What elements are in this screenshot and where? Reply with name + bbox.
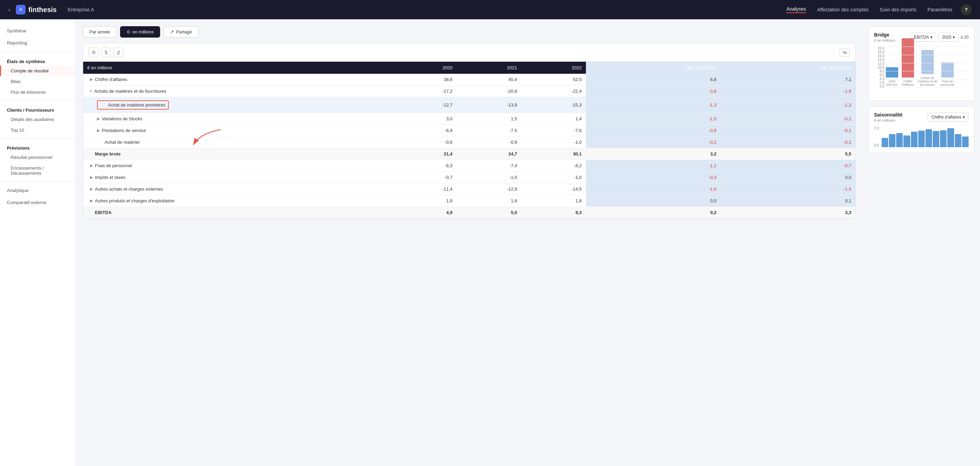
season-bars <box>881 127 969 147</box>
sidebar-item-comparatif[interactable]: Comparatif externe <box>0 197 76 209</box>
nav-analyses[interactable]: Analyses <box>786 6 806 13</box>
cell-2021: -12,9 <box>457 183 521 195</box>
sidebar-item-flux-tresorerie[interactable]: Flux de trésorerie <box>0 87 76 98</box>
nav-links: Analyses Affectation des comptes Suivi d… <box>786 6 952 13</box>
bridge-title: Bridge <box>874 32 895 38</box>
cell-var1: -1,6 <box>586 183 721 195</box>
percent-toggle[interactable]: % <box>840 49 850 57</box>
sidebar-item-compte-resultat[interactable]: Compte de résultat <box>0 65 76 76</box>
cell-var2: -0,7 <box>721 160 856 172</box>
col-header-label: € en millions <box>83 62 392 74</box>
seasonality-dropdown[interactable]: Chiffre d'affaires ▾ <box>928 113 969 122</box>
row-label: ▶ Prestations de service <box>97 128 388 133</box>
cell-2022: 1,4 <box>522 113 586 125</box>
topnav: ‹ ≡ finthesis Entreprise A Analyses Affe… <box>0 0 980 19</box>
row-label: ▾ Achats de matières et de fournitures <box>90 89 388 94</box>
back-button[interactable]: ‹ <box>8 6 10 13</box>
table-row: ▶ Impôts et taxes -0,7 -1,0 -1,0 -0,3 0,… <box>83 172 856 183</box>
cell-2022: -15,3 <box>522 97 586 113</box>
row-label: ▶ Chiffre d'affaires <box>90 77 388 82</box>
table-row: EBITDA 4,9 5,0 8,3 0,2 3,3 <box>83 207 856 219</box>
seasonality-header: Saisonnalité € en millions Chiffre d'aff… <box>874 112 969 122</box>
cell-2022: 30,1 <box>522 148 586 160</box>
sidebar-item-analytique[interactable]: Analytique <box>0 184 76 197</box>
chevron-icon[interactable]: ▾ <box>90 89 92 94</box>
right-panel: Bridge € en millions EBITDA ▾ 2020 ▾ à 2… <box>863 19 980 466</box>
bridge-card: Bridge € en millions EBITDA ▾ 2020 ▾ à 2… <box>868 26 974 101</box>
sidebar-item-bilan[interactable]: Bilan <box>0 76 76 87</box>
table-row: Achat de matières premières -12,7 -13,9 … <box>83 97 856 113</box>
bridge-year-dropdown[interactable]: 2020 ▾ <box>938 33 959 42</box>
bridge-chart: 2020EBITDA Chiffred'affaires Achats dema… <box>886 46 969 95</box>
table-row: ▶ Autres achats et charges externes -11,… <box>83 183 856 195</box>
cell-label: EBITDA <box>83 207 392 219</box>
table-row: ▶ Variations de Stocks 3,0 1,5 1,4 -1,5 … <box>83 113 856 125</box>
cell-2022: -7,6 <box>522 125 586 136</box>
nav-suivi[interactable]: Suivi des imports <box>880 7 916 13</box>
sidebar-item-resultat-prev[interactable]: Résultat prévisionnel <box>0 152 76 163</box>
sidebar: Synthèse Reporting États de synthèse Com… <box>0 19 76 466</box>
sidebar-item-encaissements[interactable]: Encaissements / Décaissements <box>0 163 76 179</box>
table-card: ⧉ ⇅ ⇵ % € en millions 2020 2021 2022 Var… <box>83 43 856 219</box>
btn-par-annee[interactable]: Par année <box>83 26 117 38</box>
chevron-icon[interactable]: ▶ <box>90 77 93 82</box>
cell-var2: -0,1 <box>721 113 856 125</box>
sidebar-item-synthese[interactable]: Synthèse <box>0 25 76 37</box>
cell-var1: 0,0 <box>586 195 721 207</box>
chevron-icon[interactable]: ▶ <box>90 175 93 179</box>
season-bar <box>904 135 910 147</box>
logo: ≡ finthesis <box>16 5 57 14</box>
bridge-bars: 2020EBITDA Chiffred'affaires Achats dema… <box>886 46 969 95</box>
sidebar-item-top10[interactable]: Top 10 <box>0 125 76 135</box>
sidebar-item-auxiliaires[interactable]: Détails des auxiliaires <box>0 114 76 125</box>
col-header-2021: 2021 <box>457 62 521 74</box>
bridge-chart-container: 20,0 18,0 16,0 14,0 12,0 10,0 8,0 6,0 4,… <box>874 46 969 95</box>
nav-affectation[interactable]: Affectation des comptes <box>817 7 869 13</box>
chevron-icon[interactable]: ▶ <box>90 198 93 203</box>
row-label: EBITDA <box>87 210 388 215</box>
cell-label: ▶ Variations de Stocks <box>83 113 392 125</box>
col-header-2020: 2020 <box>392 62 457 74</box>
cell-2020: 4,9 <box>392 207 457 219</box>
copy-icon[interactable]: ⧉ <box>89 48 99 57</box>
table-row: ▶ Autres produits et charges d'exploitat… <box>83 195 856 207</box>
bridge-bar-ca: Chiffred'affaires <box>902 38 914 87</box>
chevron-icon[interactable]: ▶ <box>90 187 93 191</box>
row-label: ▶ Autres produits et charges d'exploitat… <box>90 198 388 203</box>
cell-var1: 0,2 <box>586 207 721 219</box>
toolbar: Par année ⊙ en millions ↗ Partage <box>83 26 856 38</box>
table-row: ▶ Frais de personnel -6,3 -7,4 -8,2 -1,1… <box>83 160 856 172</box>
chevron-icon[interactable]: ▶ <box>97 116 100 121</box>
toggle-icon: ⊙ <box>127 29 130 35</box>
cell-2020: 1,8 <box>392 195 457 207</box>
sort-desc-icon[interactable]: ⇵ <box>113 48 123 57</box>
main-content: Par année ⊙ en millions ↗ Partage ⧉ ⇅ ⇵ … <box>76 19 863 466</box>
season-bar <box>911 132 918 147</box>
btn-en-millions[interactable]: ⊙ en millions <box>120 26 160 38</box>
sidebar-item-reporting[interactable]: Reporting <box>0 37 76 49</box>
bridge-subtitle: € en millions <box>874 38 895 43</box>
sidebar-section-previsions: Prévisions <box>0 141 76 152</box>
row-label: ▶ Variations de Stocks <box>97 116 388 121</box>
help-button[interactable]: ? <box>961 4 972 15</box>
sort-asc-icon[interactable]: ⇅ <box>101 48 111 57</box>
cell-var1: -3,6 <box>586 86 721 97</box>
season-bar <box>896 133 903 147</box>
cell-var2: -1,6 <box>721 86 856 97</box>
row-label: ▶ Impôts et taxes <box>90 175 388 180</box>
financial-table: € en millions 2020 2021 2022 Var. 2020-2… <box>83 62 856 219</box>
cell-2020: -6,9 <box>392 125 457 136</box>
nav-parametres[interactable]: Paramètres <box>928 7 952 13</box>
chevron-icon[interactable]: ▶ <box>90 163 93 168</box>
cell-2022: -1,0 <box>522 172 586 183</box>
table-row: ▾ Achats de matières et de fournitures -… <box>83 86 856 97</box>
season-bar <box>947 128 954 147</box>
btn-partage[interactable]: ↗ Partage <box>164 26 199 38</box>
cell-label: ▶ Impôts et taxes <box>83 172 392 183</box>
cell-var1: 6,8 <box>586 74 721 86</box>
chevron-icon[interactable]: ▶ <box>97 128 100 133</box>
cell-var1: -1,3 <box>586 97 721 113</box>
cell-label: ▶ Autres achats et charges externes <box>83 183 392 195</box>
col-header-var2: Var. 2021-2022 <box>721 62 856 74</box>
cell-2021: -1,0 <box>457 172 521 183</box>
